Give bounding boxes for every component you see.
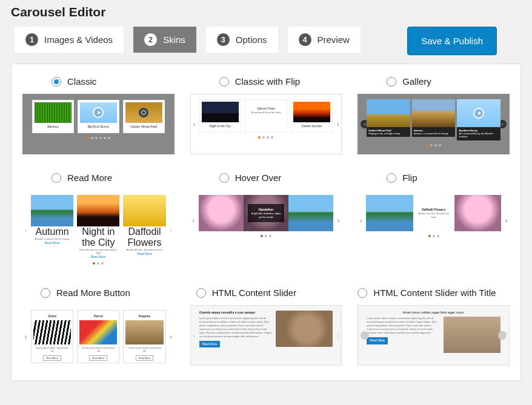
prev-arrow-icon[interactable]: ‹ [193, 121, 195, 128]
next-arrow-icon[interactable]: › [505, 217, 507, 224]
save-publish-button[interactable]: Save & Publish [407, 27, 497, 55]
carousel-item: Golden Wheat Field [123, 100, 165, 133]
thumb-image [33, 320, 71, 344]
thumb-image [288, 195, 333, 231]
next-arrow-icon[interactable]: › [337, 121, 339, 128]
pagination-dots [366, 235, 501, 237]
skin-thumbnail-gallery[interactable]: ‹ › Golden Wheat Field Playing in the so… [357, 94, 510, 154]
thumb-caption: Autumn Autumn, a season full of change [412, 127, 456, 137]
tab-label: Preview [318, 35, 350, 45]
radio-classic-flip[interactable] [219, 77, 229, 87]
prev-arrow-icon[interactable]: ‹ [361, 331, 369, 340]
skin-thumbnail-flip[interactable]: ‹ › Daffodil Flowers Beside the lake, be… [357, 190, 510, 251]
pagination-dots [31, 262, 166, 265]
thumb-image [125, 102, 162, 123]
skin-html-slider-title: HTML Content Slider with Title ‹ › Amet … [353, 288, 514, 368]
thumb-image [77, 195, 119, 226]
skin-thumbnail-classic[interactable]: ‹ › Bamboo Big Buck Bunny G [22, 94, 175, 154]
skin-flip: Flip ‹ › Daffodil Flowers Beside the lak… [353, 173, 514, 269]
radio-html-slider[interactable] [196, 288, 206, 298]
skin-label[interactable]: Classic with Flip [235, 76, 301, 87]
skin-thumbnail-read-more-button[interactable]: ‹ › Zebra Lorem ipsum dolor consectetur … [22, 305, 175, 368]
read-more-button: Read More [89, 355, 107, 361]
pagination-dots [32, 137, 165, 139]
thumb-image [35, 102, 71, 123]
next-arrow-icon[interactable]: › [337, 217, 339, 224]
carousel-item: Puppies Lorem ipsum dolor consectetur el… [123, 310, 165, 363]
tab-options[interactable]: 3 Options [206, 27, 278, 53]
thumb-caption: Desert Sunrise [293, 122, 331, 130]
magnify-icon [139, 108, 148, 117]
thumb-image [276, 311, 333, 347]
thumb-caption: Big Buck Bunny [80, 123, 117, 131]
skin-label[interactable]: Read More [67, 173, 112, 183]
radio-html-slider-title[interactable] [357, 288, 367, 298]
carousel-item: Autumn Autumn, a season full of change [412, 99, 456, 140]
skin-thumbnail-read-more[interactable]: ‹ › Autumn Autumn, a season full of chan… [22, 190, 175, 269]
carousel-item: Big Buck Bunny [78, 100, 119, 133]
pagination-dots [199, 136, 333, 139]
tab-label: Options [236, 35, 267, 45]
tab-skins[interactable]: 2 Skins [133, 27, 196, 53]
tab-images-videos[interactable]: 1 Images & Videos [15, 27, 124, 53]
skin-thumbnail-classic-flip[interactable]: ‹ › Night in the City Sakura Trees A wor… [190, 94, 342, 154]
carousel-item: Night in the City [199, 99, 242, 133]
tab-preview[interactable]: 4 Preview [288, 27, 361, 53]
thumb-caption: Sakura Trees A word prod throw the trees [247, 102, 285, 119]
next-arrow-icon[interactable]: › [168, 121, 170, 128]
skin-label[interactable]: HTML Content Slider [212, 288, 297, 298]
skin-label[interactable]: Hover Over [235, 173, 282, 183]
tab-label: Images & Videos [44, 35, 113, 45]
prev-arrow-icon[interactable]: ‹ [26, 121, 28, 128]
prev-arrow-icon[interactable]: ‹ [25, 333, 27, 340]
thumb-image: Dandelion Bright little dandelion, light… [244, 195, 288, 231]
radio-gallery[interactable] [387, 77, 396, 87]
next-arrow-icon[interactable]: › [337, 332, 339, 339]
next-arrow-icon[interactable]: › [170, 333, 171, 340]
thumb-image [367, 99, 410, 127]
skin-label[interactable]: HTML Content Slider with Title [373, 288, 496, 298]
tab-number: 2 [144, 33, 157, 46]
pagination-dots [367, 144, 500, 147]
prev-arrow-icon[interactable]: ‹ [25, 226, 27, 233]
radio-flip[interactable] [387, 173, 396, 183]
prev-arrow-icon[interactable]: ‹ [193, 217, 195, 224]
skin-classic: Classic ‹ › Bamboo Big Buck Bunny [18, 76, 179, 154]
tab-number: 3 [217, 33, 230, 46]
thumb-image [366, 195, 413, 231]
skin-label[interactable]: Gallery [402, 76, 431, 87]
thumb-image [293, 102, 331, 122]
skin-read-more-button: Read More Button ‹ › Zebra Lorem ipsum d… [18, 288, 179, 368]
next-arrow-icon[interactable]: › [498, 331, 507, 340]
radio-hover-over[interactable] [219, 173, 229, 183]
skin-thumbnail-html-slider[interactable]: ‹ › Gravida neque convallis a cras sempe… [190, 305, 342, 366]
skin-hover-over: Hover Over ‹ › Dandelion Bright little d… [185, 173, 347, 269]
html-text-block: Lorem ipsum dolor sit amet, consectetur … [367, 317, 441, 353]
thumb-image [79, 320, 117, 344]
skin-thumbnail-html-slider-title[interactable]: ‹ › Amet risus nullam eget felis eget nu… [357, 305, 510, 366]
skin-label[interactable]: Flip [402, 173, 417, 183]
thumb-caption: Golden Wheat Field Playing in the soft l… [367, 127, 410, 137]
skin-read-more: Read More ‹ › Autumn Autumn, a season fu… [18, 173, 179, 269]
prev-arrow-icon[interactable]: ‹ [360, 217, 362, 224]
thumb-image [80, 102, 117, 123]
page-title: Carousel Editor [11, 5, 521, 19]
thumb-image [454, 195, 501, 231]
radio-read-more-button[interactable] [41, 288, 50, 298]
radio-read-more[interactable] [52, 173, 61, 183]
skin-label[interactable]: Classic [67, 76, 96, 87]
read-more-button: Read More [136, 355, 154, 361]
radio-classic[interactable] [52, 77, 61, 87]
pagination-dots [199, 235, 334, 237]
skin-gallery: Gallery ‹ › Golden Wheat Field Playing i… [353, 76, 514, 154]
thumb-caption: Autumn Autumn, a season full of change R… [31, 226, 73, 245]
prev-arrow-icon[interactable]: ‹ [193, 332, 195, 339]
thumb-image [444, 317, 500, 353]
next-arrow-icon[interactable]: › [170, 226, 171, 233]
skin-thumbnail-hover-over[interactable]: ‹ › Dandelion Bright little dandelion, l… [190, 190, 342, 251]
carousel-item: Big Buck Bunny An animated film by the B… [457, 99, 500, 140]
tab-label: Skins [163, 35, 185, 45]
skin-label[interactable]: Read More Button [56, 288, 130, 298]
thumb-caption: Night in the City [202, 122, 239, 130]
carousel-item: Parrot Lorem ipsum dolor consectetur eli… [77, 310, 119, 363]
